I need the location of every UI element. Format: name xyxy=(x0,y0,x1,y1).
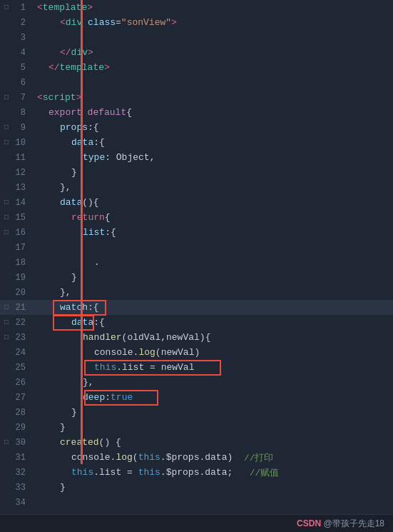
code-line: □22data:{ xyxy=(0,315,393,330)
token: template xyxy=(60,62,104,73)
line-number: 24 xyxy=(11,348,26,358)
line-gutter: 29 xyxy=(0,423,37,433)
code-line: 12} xyxy=(0,165,393,180)
token: > xyxy=(88,47,93,58)
token: (){ xyxy=(82,197,98,208)
code-content: this.list = newVal xyxy=(37,362,387,373)
token: < xyxy=(37,92,43,103)
fold-icon xyxy=(3,379,10,386)
token: div xyxy=(66,17,82,28)
code-line: 25this.list = newVal xyxy=(0,360,393,375)
token: type xyxy=(83,152,105,163)
token: (oldVal,newVal){ xyxy=(122,332,211,343)
code-line: □10data:{ xyxy=(0,135,393,150)
code-content: data:{ xyxy=(37,317,387,328)
fold-icon[interactable]: □ xyxy=(3,439,10,446)
code-line: 31console.log(this.$props.data) //打印 xyxy=(0,450,393,465)
fold-icon xyxy=(3,244,10,251)
token: default xyxy=(88,107,127,118)
code-content: export default{ xyxy=(37,107,387,118)
code-line: 4</div> xyxy=(0,45,393,60)
code-line: 8export default{ xyxy=(0,105,393,120)
code-line: 26}, xyxy=(0,375,393,390)
token: this xyxy=(138,467,160,478)
token: log xyxy=(138,347,155,358)
code-line: 3 xyxy=(0,30,393,45)
code-line: □7<script> xyxy=(0,90,393,105)
line-gutter: □10 xyxy=(0,138,37,148)
line-number: 26 xyxy=(11,378,26,388)
code-content: console.log(newVal) xyxy=(37,347,387,358)
token: console xyxy=(94,347,133,358)
token: true xyxy=(111,392,133,403)
token: } xyxy=(71,272,77,283)
token: } xyxy=(60,482,66,493)
token: this xyxy=(138,452,160,463)
footer-at: @ xyxy=(323,518,332,528)
line-gutter: 3 xyxy=(0,33,37,43)
code-line: □1<template> xyxy=(0,0,393,15)
token: .$props.data) xyxy=(160,452,244,463)
line-gutter: □15 xyxy=(0,213,37,223)
fold-icon[interactable]: □ xyxy=(3,304,10,311)
token: :{ xyxy=(93,137,105,148)
fold-icon[interactable]: □ xyxy=(3,4,10,11)
line-gutter: 20 xyxy=(0,288,37,298)
line-number: 16 xyxy=(11,228,26,238)
line-gutter: 25 xyxy=(0,363,37,373)
line-number: 32 xyxy=(11,468,26,478)
fold-icon xyxy=(3,349,10,356)
token xyxy=(82,17,88,28)
token: > xyxy=(76,92,82,103)
code-content: }, xyxy=(37,287,387,298)
fold-icon xyxy=(3,19,10,26)
code-line: 32this.list = this.$props.data; //赋值 xyxy=(0,465,393,480)
code-line: 29} xyxy=(0,420,393,435)
code-line: □30created() { xyxy=(0,435,393,450)
code-line: 6 xyxy=(0,75,393,90)
fold-icon[interactable]: □ xyxy=(3,319,10,326)
fold-icon[interactable]: □ xyxy=(3,124,10,131)
fold-icon xyxy=(3,499,10,506)
line-number: 19 xyxy=(11,273,26,283)
fold-icon xyxy=(3,49,10,56)
token: > xyxy=(171,17,177,28)
line-gutter: 27 xyxy=(0,393,37,403)
line-number: 2 xyxy=(11,18,26,28)
code-line: 28} xyxy=(0,405,393,420)
fold-icon[interactable]: □ xyxy=(3,199,10,206)
code-line: 27deep:true xyxy=(0,390,393,405)
line-number: 34 xyxy=(11,498,26,508)
code-line: 17 xyxy=(0,240,393,255)
code-content: return{ xyxy=(37,212,387,223)
code-content: } xyxy=(37,407,387,418)
line-gutter: 6 xyxy=(0,78,37,88)
code-line: 13}, xyxy=(0,180,393,195)
token: </ xyxy=(49,62,60,73)
line-gutter: 5 xyxy=(0,63,37,73)
token: ( xyxy=(133,452,138,463)
token: .list = newVal xyxy=(116,362,194,373)
line-number: 31 xyxy=(11,453,26,463)
code-content: }, xyxy=(37,182,387,193)
token: . xyxy=(94,257,100,268)
fold-icon[interactable]: □ xyxy=(3,94,10,101)
line-number: 9 xyxy=(11,123,26,133)
token: list xyxy=(83,227,105,238)
code-content: deep:true xyxy=(37,392,387,403)
code-line: □15return{ xyxy=(0,210,393,225)
fold-icon[interactable]: □ xyxy=(3,214,10,221)
token: this xyxy=(94,362,116,373)
token: { xyxy=(126,107,132,118)
code-line: 24console.log(newVal) xyxy=(0,345,393,360)
code-line: 2<div class="sonView"> xyxy=(0,15,393,30)
fold-icon[interactable]: □ xyxy=(3,334,10,341)
token: props xyxy=(60,122,88,133)
fold-icon[interactable]: □ xyxy=(3,139,10,146)
fold-icon[interactable]: □ xyxy=(3,229,10,236)
token: } xyxy=(71,167,77,178)
line-gutter: 4 xyxy=(0,48,37,58)
code-content: </div> xyxy=(37,47,387,58)
code-content: props:{ xyxy=(37,122,387,133)
line-gutter: □22 xyxy=(0,318,37,328)
